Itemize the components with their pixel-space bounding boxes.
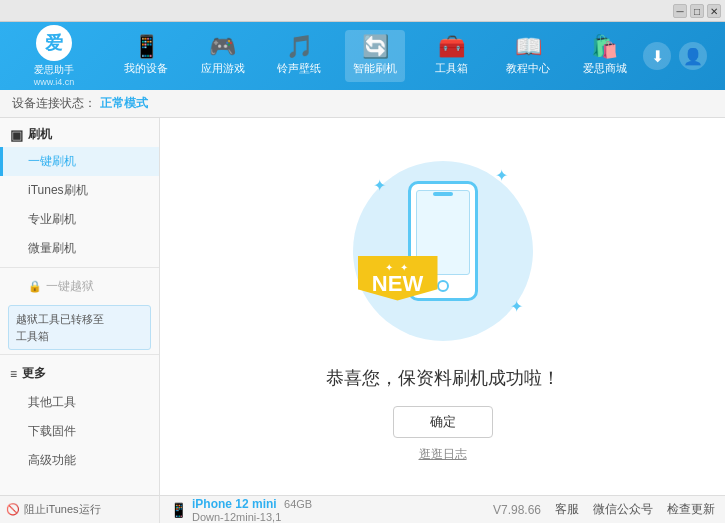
sidebar-item-other-tools[interactable]: 其他工具 [0, 388, 159, 417]
maximize-button[interactable]: □ [690, 4, 704, 18]
sparkle-icon-1: ✦ [373, 176, 386, 195]
nav-my-device[interactable]: 📱 我的设备 [116, 30, 176, 82]
wechat-public-link[interactable]: 微信公众号 [593, 501, 653, 518]
customer-service-link[interactable]: 客服 [555, 501, 579, 518]
apps-games-icon: 🎮 [209, 36, 236, 58]
nav-toolbox[interactable]: 🧰 工具箱 [422, 30, 482, 82]
new-ribbon: ✦ ✦ NEW [358, 256, 438, 306]
header-right: ⬇ 👤 [643, 42, 715, 70]
device-details: iPhone 12 mini 64GB Down-12mini-13,1 [192, 497, 312, 523]
nav-smart-flash[interactable]: 🔄 智能刷机 [345, 30, 405, 82]
main-area: ▣ 刷机 一键刷机 iTunes刷机 专业刷机 微量刷机 🔒 一键越狱 [0, 118, 725, 495]
toolbox-icon: 🧰 [438, 36, 465, 58]
logo-icon: 爱 [36, 25, 72, 61]
sidebar-divider-2 [0, 354, 159, 355]
sidebar: ▣ 刷机 一键刷机 iTunes刷机 专业刷机 微量刷机 🔒 一键越狱 [0, 118, 160, 495]
nav-fan-store[interactable]: 🛍️ 爱思商城 [575, 30, 635, 82]
nav-apps-games[interactable]: 🎮 应用游戏 [193, 30, 253, 82]
download-button[interactable]: ⬇ [643, 42, 671, 70]
sidebar-item-one-click-flash[interactable]: 一键刷机 [0, 147, 159, 176]
app-window: ─ □ ✕ 爱 爱思助手 www.i4.cn 📱 我的设备 🎮 应用游戏 🎵 铃… [0, 0, 725, 523]
sidebar-item-pro-flash[interactable]: 专业刷机 [0, 205, 159, 234]
ringtones-icon: 🎵 [286, 36, 313, 58]
smart-flash-icon: 🔄 [362, 36, 389, 58]
tutorials-icon: 📖 [515, 36, 542, 58]
itunes-status-bar: 🚫 阻止iTunes运行 [0, 495, 160, 523]
more-section-icon: ≡ [10, 367, 17, 381]
check-update-link[interactable]: 检查更新 [667, 501, 715, 518]
browse-link[interactable]: 逛逛日志 [419, 446, 467, 463]
sidebar-section-more: ≡ 更多 [0, 359, 159, 388]
title-bar: ─ □ ✕ [0, 0, 725, 22]
jailbreak-notice: 越狱工具已转移至工具箱 [8, 305, 151, 350]
phone-home-button [437, 280, 449, 292]
bottom-device-info: 📱 iPhone 12 mini 64GB Down-12mini-13,1 [160, 496, 483, 523]
logo-title: 爱思助手 www.i4.cn [34, 63, 75, 87]
success-message: 恭喜您，保资料刷机成功啦！ [326, 366, 560, 390]
header: 爱 爱思助手 www.i4.cn 📱 我的设备 🎮 应用游戏 🎵 铃声壁纸 🔄 … [0, 22, 725, 90]
status-bar: 设备连接状态： 正常模式 [0, 90, 725, 118]
sparkle-icon-3: ✦ [510, 297, 523, 316]
bottom-right-panel: V7.98.66 客服 微信公众号 检查更新 [483, 496, 725, 523]
confirm-button[interactable]: 确定 [393, 406, 493, 438]
sidebar-item-itunes-flash[interactable]: iTunes刷机 [0, 176, 159, 205]
sidebar-section-jailbreak: 🔒 一键越狱 [0, 272, 159, 301]
flash-section-icon: ▣ [10, 127, 23, 143]
sidebar-item-download-firmware[interactable]: 下载固件 [0, 417, 159, 446]
nav-bar: 📱 我的设备 🎮 应用游戏 🎵 铃声壁纸 🔄 智能刷机 🧰 工具箱 📖 [108, 30, 643, 82]
phone-icon: 📱 [170, 502, 187, 518]
sidebar-section-flash: ▣ 刷机 [0, 118, 159, 147]
phone-illustration: ✦ ✦ ✦ ✦ ✦ NEW [343, 151, 543, 351]
minimize-button[interactable]: ─ [673, 4, 687, 18]
nav-tutorials[interactable]: 📖 教程中心 [498, 30, 558, 82]
phone-speaker [433, 192, 453, 196]
my-device-icon: 📱 [133, 36, 160, 58]
sidebar-item-micro-flash[interactable]: 微量刷机 [0, 234, 159, 263]
itunes-icon: 🚫 [6, 503, 20, 516]
sparkle-icon-2: ✦ [495, 166, 508, 185]
sidebar-divider-1 [0, 267, 159, 268]
sidebar-item-advanced[interactable]: 高级功能 [0, 446, 159, 475]
account-button[interactable]: 👤 [679, 42, 707, 70]
ribbon-shape: ✦ ✦ NEW [358, 256, 438, 301]
logo-area: 爱 爱思助手 www.i4.cn [10, 25, 98, 87]
fan-store-icon: 🛍️ [591, 36, 618, 58]
content-area: ✦ ✦ ✦ ✦ ✦ NEW 恭喜您，保资料刷机成功啦！ [160, 118, 725, 495]
close-button[interactable]: ✕ [707, 4, 721, 18]
lock-icon: 🔒 [28, 280, 42, 293]
nav-ringtones[interactable]: 🎵 铃声壁纸 [269, 30, 329, 82]
